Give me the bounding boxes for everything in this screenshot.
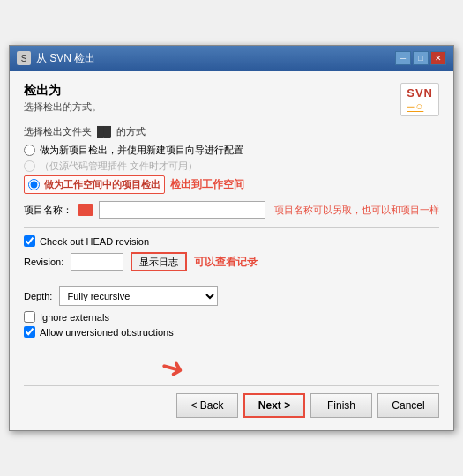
arrow-container: ➜ [24, 346, 439, 378]
main-window: S 从 SVN 检出 ─ □ ✕ 检出为 选择检出的方式。 SVN ─○ 选择检… [9, 45, 454, 431]
head-revision-row: Check out HEAD revision [24, 235, 439, 247]
radio-input-3[interactable] [28, 179, 40, 190]
header-row: 检出为 选择检出的方式。 SVN ─○ [24, 83, 439, 116]
revision-row: Revision: 显示日志 可以查看记录 [24, 252, 439, 271]
radio-option-2: （仅源代码管理插件 文件时才可用） [24, 160, 439, 173]
depth-select[interactable]: Fully recursive Immediate children Only … [59, 286, 218, 306]
project-name-label: 项目名称： [24, 204, 72, 217]
revision-label: Revision: [24, 257, 63, 267]
titlebar-buttons: ─ □ ✕ [395, 51, 446, 65]
radio-group: 做为新项目检出，并使用新建项目向导进行配置 （仅源代码管理插件 文件时才可用） … [24, 144, 439, 194]
radio-label-2: （仅源代码管理插件 文件时才可用） [40, 160, 198, 173]
ignore-externals-checkbox[interactable] [24, 311, 35, 323]
dialog-subtitle: 选择检出的方式。 [24, 100, 101, 114]
show-log-button[interactable]: 显示日志 [131, 252, 187, 271]
radio-input-2 [24, 160, 35, 172]
allow-unversioned-label: Allow unversioned obstructions [40, 327, 174, 338]
allow-unversioned-checkbox[interactable] [24, 326, 35, 338]
revision-input[interactable] [71, 253, 123, 271]
footer-area: ➜ < Back Next > Finish Cancel [24, 346, 439, 421]
finish-button[interactable]: Finish [310, 393, 372, 418]
svn-logo-text: SVN [407, 86, 433, 100]
divider-2 [24, 279, 439, 279]
close-button[interactable]: ✕ [430, 51, 446, 65]
window-icon: S [17, 51, 31, 65]
radio-option-3[interactable]: 做为工作空间中的项目检出 [24, 175, 165, 194]
header-left: 检出为 选择检出的方式。 [24, 83, 101, 114]
svn-logo-dash: ─○ [407, 100, 423, 113]
ignore-externals-row: Ignore externals [24, 311, 439, 323]
cancel-button[interactable]: Cancel [377, 393, 439, 418]
depth-row: Depth: Fully recursive Immediate childre… [24, 286, 439, 306]
next-button[interactable]: Next > [243, 393, 305, 418]
svn-logo: SVN ─○ [400, 83, 439, 116]
divider-1 [24, 227, 439, 228]
radio-label-1: 做为新项目检出，并使用新建项目向导进行配置 [40, 144, 243, 157]
ignore-externals-label: Ignore externals [40, 312, 109, 323]
footer-buttons: < Back Next > Finish Cancel [24, 385, 439, 421]
minimize-button[interactable]: ─ [395, 51, 411, 65]
project-name-badge [78, 204, 93, 216]
titlebar: S 从 SVN 检出 ─ □ ✕ [10, 46, 453, 71]
can-view-log-annotation: 可以查看记录 [194, 255, 258, 270]
radio-label-3: 做为工作空间中的项目检出 [44, 178, 161, 191]
radio-input-1[interactable] [24, 145, 35, 156]
arrow-icon: ➜ [157, 351, 187, 384]
workspace-annotation: 检出到工作空间 [170, 177, 244, 192]
section-title: 选择检出文件夹 ██ 的方式 [24, 125, 439, 138]
project-name-hint: 项目名称可以另取，也可以和项目一样 [274, 204, 439, 217]
dialog-content: 检出为 选择检出的方式。 SVN ─○ 选择检出文件夹 ██ 的方式 做为新项目… [10, 71, 453, 430]
window-title: 从 SVN 检出 [36, 51, 395, 66]
project-name-row: 项目名称： 项目名称可以另取，也可以和项目一样 [24, 201, 439, 219]
allow-unversioned-row: Allow unversioned obstructions [24, 326, 439, 338]
head-revision-label: Check out HEAD revision [40, 236, 149, 247]
back-button[interactable]: < Back [176, 393, 238, 418]
project-name-input[interactable] [99, 201, 265, 219]
radio-option-1[interactable]: 做为新项目检出，并使用新建项目向导进行配置 [24, 144, 439, 157]
depth-label: Depth: [24, 291, 52, 301]
restore-button[interactable]: □ [413, 51, 429, 65]
head-revision-checkbox[interactable] [24, 235, 35, 247]
dialog-title: 检出为 [24, 83, 101, 99]
